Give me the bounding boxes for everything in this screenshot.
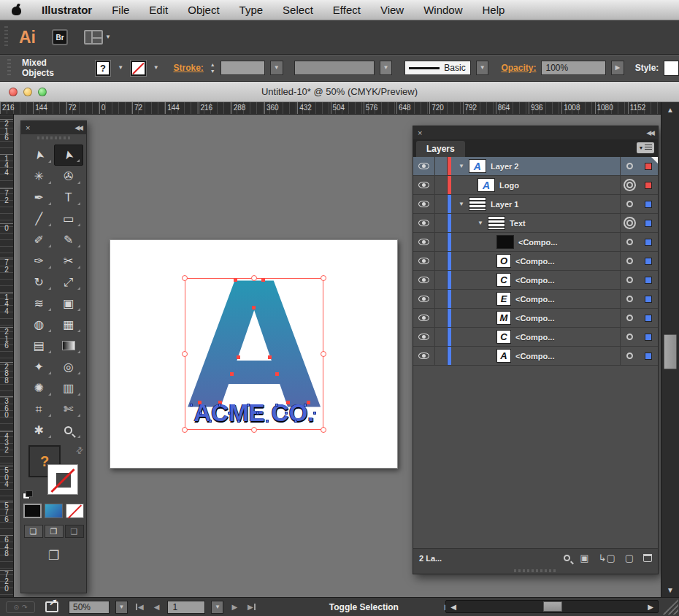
disclosure-triangle-icon[interactable]: ▼ [477,220,483,226]
lock-toggle[interactable] [435,252,448,270]
stroke-weight-field[interactable] [220,61,265,75]
close-icon[interactable]: × [26,123,30,132]
lock-toggle[interactable] [435,290,448,308]
visibility-toggle[interactable] [413,252,435,270]
layer-row-main[interactable]: ▼ALayer 2 [451,157,620,175]
layer-row-main[interactable]: E<Compo... [451,290,620,308]
menu-edit[interactable]: Edit [149,4,168,16]
layer-row-layer2[interactable]: ▼ALayer 2 [413,157,658,176]
lock-toggle[interactable] [435,195,448,213]
visibility-toggle[interactable] [413,328,435,346]
visibility-toggle[interactable] [413,176,435,194]
menu-file[interactable]: File [112,4,129,16]
gradient-tool[interactable] [54,335,84,356]
text-anchor-point[interactable] [228,412,231,415]
text-anchor-point[interactable] [218,404,221,407]
trash-icon[interactable] [643,554,652,562]
anchor-point[interactable] [230,372,234,376]
zoom-window-button[interactable] [38,88,47,96]
selection-handle[interactable] [321,275,326,281]
text-anchor-point[interactable] [237,420,240,423]
direct-selection-tool[interactable]: ➤ [54,145,84,166]
type-tool[interactable]: T [54,187,84,208]
menu-view[interactable]: View [380,4,404,16]
selection-bounding-box[interactable] [185,278,323,430]
zoom-dropdown-button[interactable]: ▼ [115,601,128,614]
tools-panel-grip[interactable] [21,134,86,142]
share-icon[interactable] [45,601,58,612]
selection-handle[interactable] [182,275,188,281]
layer-row-layer1[interactable]: ▼Layer 1 [413,195,658,214]
lock-toggle[interactable] [435,309,448,327]
last-artboard-button[interactable]: ▶ [245,603,258,611]
artboard-dropdown-button[interactable]: ▼ [211,601,223,614]
selection-cell[interactable] [639,214,658,232]
layer-row-compo[interactable]: E<Compo... [413,290,658,309]
layer-row-main[interactable]: C<Compo... [451,328,620,346]
width-tool[interactable]: ≋ [24,293,54,314]
tab-layers[interactable]: Layers [416,141,465,157]
target-cell[interactable] [620,290,639,308]
anchor-point[interactable] [268,355,272,359]
menu-type[interactable]: Type [239,4,264,16]
artboard-tool[interactable]: ⌗ [24,399,54,420]
anchor-point[interactable] [275,372,279,376]
panel-toggle-icon[interactable]: ⊙↷ [6,601,35,613]
selection-tool[interactable]: ➤ [24,145,54,166]
collapse-panel-icon[interactable]: ◀◀ [74,124,82,131]
layer-row-main[interactable]: ▼Text [451,214,620,232]
target-cell[interactable] [620,347,639,365]
layer-row-compo[interactable]: O<Compo... [413,252,658,271]
layer-row-compo[interactable]: C<Compo... [413,271,658,290]
fill-dropdown-button[interactable]: ▼ [115,61,126,76]
lock-toggle[interactable] [435,233,448,251]
selection-handle[interactable] [182,427,188,433]
rectangle-tool[interactable]: ▭ [54,208,84,229]
text-anchor-point[interactable] [190,404,193,407]
selection-cell[interactable] [639,347,658,365]
line-segment-tool[interactable]: ╱ [24,208,54,229]
scroll-right-icon[interactable]: ▶ [643,601,658,612]
variable-width-dropdown-button[interactable]: ▼ [380,61,393,75]
selection-cell[interactable] [639,233,658,251]
column-graph-tool[interactable]: ▥ [54,377,84,399]
paintbrush-tool[interactable]: ✐ [24,229,54,250]
layer-row-compo[interactable]: A<Compo... [413,347,658,366]
next-artboard-button[interactable]: ▶ [229,603,239,611]
lock-toggle[interactable] [435,176,448,194]
target-cell[interactable] [620,328,639,346]
pen-tool[interactable]: ✒ [24,187,54,208]
first-artboard-button[interactable]: ◀ [134,603,146,611]
layer-row-main[interactable]: ▼Layer 1 [451,195,620,213]
artboard-navigation-field[interactable]: 1 [167,601,205,614]
scroll-down-icon[interactable]: ▼ [663,584,678,596]
horizontal-scroll-thumb[interactable] [543,601,562,612]
blend-tool[interactable]: ◎ [54,356,84,377]
layer-row-compo[interactable]: <Compo... [413,233,658,252]
free-transform-tool[interactable]: ▣ [54,293,84,314]
close-icon[interactable]: × [418,128,422,137]
layers-panel-grip[interactable] [413,567,658,574]
opacity-dropdown-button[interactable]: ▶ [611,61,624,75]
default-fill-stroke-icon[interactable] [23,490,33,499]
text-anchor-point[interactable] [285,412,288,415]
menu-help[interactable]: Help [483,4,505,16]
anchor-point[interactable] [307,401,310,404]
layer-row-logo[interactable]: ALogo [413,176,658,195]
swap-fill-stroke-icon[interactable]: ⇄ [73,444,85,456]
collapse-panel-icon[interactable]: ◀◀ [646,129,653,136]
anchor-point[interactable] [234,278,237,282]
lock-toggle[interactable] [435,347,448,365]
visibility-toggle[interactable] [413,157,435,175]
anchor-point[interactable] [261,278,265,282]
opacity-link[interactable]: Opacity: [501,63,536,73]
text-anchor-point[interactable] [266,420,269,423]
target-cell[interactable] [620,214,639,232]
text-anchor-point[interactable] [247,404,250,407]
anchor-point[interactable] [198,401,202,404]
disclosure-triangle-icon[interactable]: ▼ [459,163,464,169]
lock-toggle[interactable] [435,157,448,175]
scroll-up-icon[interactable]: ▲ [663,104,678,115]
brush-definition-field[interactable]: Basic [404,61,470,75]
stroke-swatch[interactable] [131,61,146,76]
